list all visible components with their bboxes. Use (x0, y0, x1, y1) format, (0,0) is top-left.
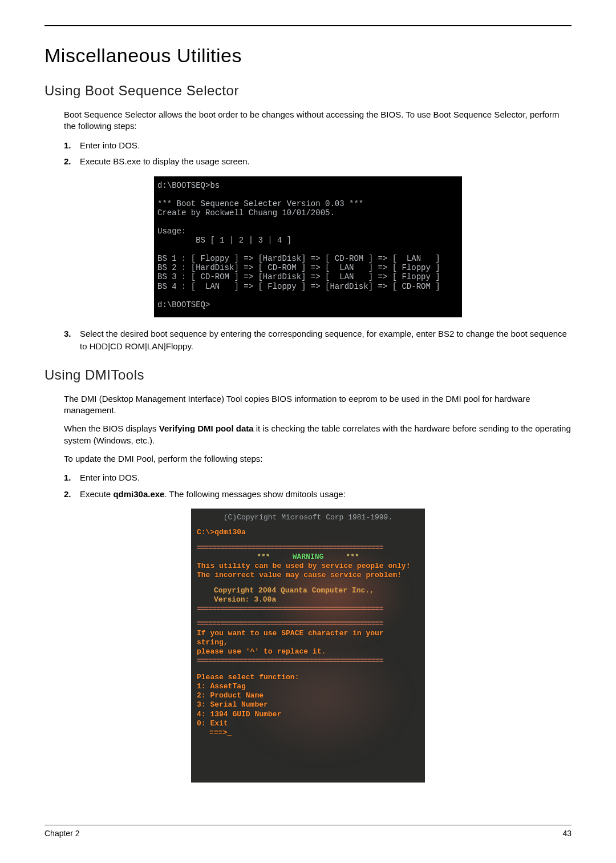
paragraph: To update the DMI Pool, perform the foll… (64, 453, 572, 465)
divider-line: ========================================… (197, 543, 419, 553)
menu-item: 1: AssetTag (197, 682, 419, 691)
warn-text: The incorrect value may cause service pr… (197, 571, 419, 580)
list-item: 3. Select the desired boot sequence by e… (64, 328, 572, 353)
menu-item: 3: Serial Number (197, 700, 419, 709)
version-text: Version: 3.00a (214, 595, 419, 604)
list-item: 1. Enter into DOS. (64, 139, 572, 152)
bold-text: qdmi30a.exe (113, 489, 164, 499)
list-item: 2. Execute qdmi30a.exe. The following me… (64, 488, 572, 501)
intro-paragraph: Boot Sequence Selector allows the boot o… (64, 109, 572, 132)
step-text: Enter into DOS. (80, 139, 572, 152)
list-item: 1. Enter into DOS. (64, 471, 572, 485)
menu-item: 2: Product Name (197, 691, 419, 700)
hint-text: If you want to use SPACE character in yo… (197, 629, 419, 648)
step-number: 3. (64, 328, 80, 353)
footer-rule (44, 825, 572, 825)
prompt-line: C:\>qdmi30a (197, 528, 419, 537)
terminal-wrapper: d:\BOOTSEQ>bs *** Boot Sequence Selecter… (44, 176, 572, 317)
step-text: Execute BS.exe to display the usage scre… (80, 155, 572, 168)
ordered-list: 1. Enter into DOS. 2. Execute qdmi30a.ex… (64, 471, 572, 501)
text-run: When the BIOS displays (64, 424, 159, 433)
page-footer: Chapter 2 43 (44, 825, 572, 838)
footer-chapter: Chapter 2 (44, 829, 79, 838)
warn-stars: *** (346, 553, 359, 561)
list-item: 2. Execute BS.exe to display the usage s… (64, 155, 572, 168)
divider-line: ========================================… (197, 619, 419, 628)
page: Miscellaneous Utilities Using Boot Seque… (0, 0, 616, 863)
ordered-list: 1. Enter into DOS. 2. Execute BS.exe to … (64, 139, 572, 168)
bold-text: Verifying DMI pool data (159, 424, 254, 433)
menu-item: 4: 1394 GUID Number (197, 710, 419, 719)
divider-line: ========================================… (197, 604, 419, 614)
warn-text: This utility can be used by service peop… (197, 562, 419, 571)
step-number: 2. (64, 155, 80, 168)
step-text: Execute qdmi30a.exe. The following messa… (80, 488, 572, 501)
page-heading: Miscellaneous Utilities (44, 45, 572, 67)
menu-item: 0: Exit (197, 719, 419, 728)
menu-title: Please select function: (197, 673, 419, 682)
text-run: . The following messages show dmitools u… (164, 489, 345, 499)
dmitools-screenshot: (C)Copyright Microsoft Corp 1981-1999. C… (191, 509, 425, 783)
copyright-line: (C)Copyright Microsoft Corp 1981-1999. (197, 513, 419, 522)
dos-terminal-screenshot: d:\BOOTSEQ>bs *** Boot Sequence Selecter… (154, 176, 462, 317)
footer-page-number: 43 (562, 829, 572, 838)
step-text: Select the desired boot sequence by ente… (80, 328, 572, 353)
warn-stars: *** (257, 553, 270, 561)
step-number: 2. (64, 488, 80, 501)
text-run: Execute (80, 489, 113, 499)
top-rule (44, 25, 572, 26)
paragraph: When the BIOS displays Verifying DMI poo… (64, 423, 572, 446)
hint-text: please use '^' to replace it. (197, 647, 419, 656)
warn-label: WARNING (293, 553, 324, 561)
section-heading-dmitools: Using DMITools (44, 367, 572, 383)
copyright-text: Copyright 2004 Quanta Computer Inc., (214, 586, 419, 595)
step-text: Enter into DOS. (80, 471, 572, 485)
input-prompt: ===>_ (209, 728, 419, 737)
ordered-list-continued: 3. Select the desired boot sequence by e… (64, 328, 572, 353)
screenshot-wrapper: (C)Copyright Microsoft Corp 1981-1999. C… (44, 509, 572, 783)
divider-line: ========================================… (197, 656, 419, 666)
step-number: 1. (64, 471, 80, 485)
section-heading-boot-sequence: Using Boot Sequence Selector (44, 83, 572, 99)
paragraph: The DMI (Desktop Management Interface) T… (64, 393, 572, 417)
step-number: 1. (64, 139, 80, 152)
